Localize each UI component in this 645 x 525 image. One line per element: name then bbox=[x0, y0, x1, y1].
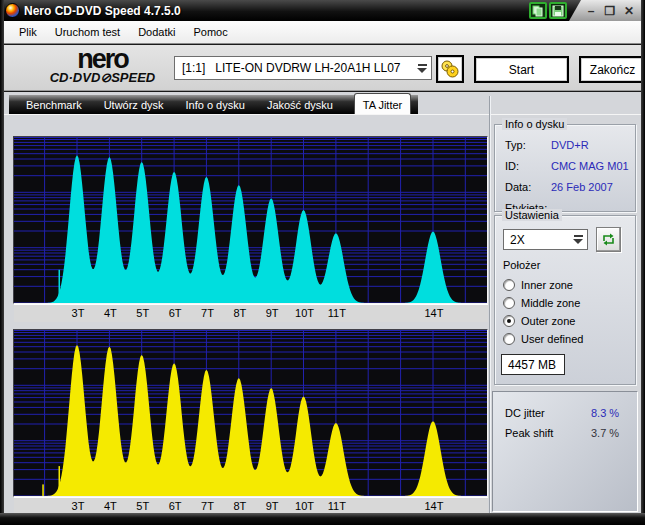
window-border-right bbox=[641, 0, 645, 525]
x-tick-label-8t: 8T bbox=[233, 500, 246, 512]
radio-label: Middle zone bbox=[521, 297, 580, 309]
jitter-results-panel: DC jitter8.3 %Peak shift3.7 % bbox=[492, 391, 638, 512]
x-tick-label-11t: 11T bbox=[328, 500, 346, 512]
window-title: Nero CD-DVD Speed 4.7.5.0 bbox=[24, 4, 181, 18]
start-button-label: Start bbox=[509, 63, 534, 77]
radio-middle-zone[interactable]: Middle zone bbox=[503, 295, 580, 310]
result-value: 8.3 % bbox=[591, 407, 619, 419]
x-tick-label-8t: 8T bbox=[233, 307, 246, 319]
chart-plot-area-top bbox=[14, 137, 487, 303]
window-border-bottom bbox=[0, 513, 645, 525]
title-bar: Nero CD-DVD Speed 4.7.5.0 – ❒ ✕ bbox=[0, 0, 645, 21]
save-report-button[interactable] bbox=[549, 2, 567, 19]
result-row-dc-jitter: DC jitter8.3 % bbox=[505, 407, 629, 423]
radio-button-icon[interactable] bbox=[503, 333, 515, 345]
menu-item-dodatki[interactable]: Dodatki bbox=[129, 23, 184, 41]
application-window: Nero CD-DVD Speed 4.7.5.0 – ❒ ✕ bbox=[0, 0, 645, 525]
x-tick-label-4t: 4T bbox=[104, 307, 117, 319]
settings-group: Ustawienia 2X Położer Inner zoneMiddle z… bbox=[494, 215, 636, 385]
result-label: DC jitter bbox=[505, 407, 545, 419]
clipboard-copy-icon bbox=[532, 5, 544, 17]
radio-label: Outer zone bbox=[521, 315, 575, 327]
chart-plot-area-bottom bbox=[14, 330, 487, 496]
start-button[interactable]: Start bbox=[474, 56, 569, 83]
tab-info-o-dysku[interactable]: Info o dysku bbox=[175, 99, 256, 111]
chevron-down-icon[interactable] bbox=[569, 230, 587, 249]
chart-x-axis-bottom: 3T4T5T6T7T8T9T10T11T14T bbox=[14, 497, 488, 514]
refresh-button[interactable] bbox=[596, 227, 621, 252]
yellow-discs-icon bbox=[440, 59, 460, 79]
x-tick-label-7t: 7T bbox=[201, 500, 214, 512]
radio-label: User defined bbox=[521, 333, 583, 345]
x-tick-label-4t: 4T bbox=[104, 500, 117, 512]
close-button[interactable]: ✕ bbox=[621, 3, 637, 18]
radio-outer-zone[interactable]: Outer zone bbox=[503, 313, 575, 328]
ta-jitter-chart-bottom bbox=[13, 329, 488, 497]
disc-info-value: CMC MAG M01 bbox=[551, 160, 629, 172]
minimize-button[interactable]: – bbox=[583, 3, 599, 18]
x-tick-label-10t: 10T bbox=[295, 500, 314, 512]
menu-bar: PlikUruchom testDodatkiPomoc bbox=[4, 21, 641, 44]
x-tick-label-6t: 6T bbox=[169, 500, 182, 512]
radio-label: Inner zone bbox=[521, 279, 573, 291]
radio-button-icon[interactable] bbox=[503, 279, 515, 291]
menu-item-pomoc[interactable]: Pomoc bbox=[184, 23, 236, 41]
clipboard-copy-button[interactable] bbox=[529, 2, 547, 19]
panel-separator-highlight bbox=[490, 96, 491, 513]
exit-button-label: Zakończ bbox=[590, 63, 635, 77]
floppy-save-icon bbox=[552, 5, 564, 17]
settings-group-title: Ustawienia bbox=[502, 209, 562, 221]
disc-info-row-id: ID:CMC MAG M01 bbox=[505, 160, 629, 176]
disc-info-group-title: Info o dysku bbox=[502, 118, 567, 130]
cd-dvd-speed-logo-text: CD·DVD⊘SPEED bbox=[30, 70, 175, 85]
refresh-arrows-icon bbox=[601, 232, 616, 247]
x-tick-label-10t: 10T bbox=[295, 307, 314, 319]
exit-button[interactable]: Zakończ bbox=[579, 56, 645, 83]
x-tick-label-5t: 5T bbox=[136, 307, 149, 319]
x-tick-label-6t: 6T bbox=[169, 307, 182, 319]
chart-x-axis-top: 3T4T5T6T7T8T9T10T11T14T bbox=[14, 304, 488, 322]
drive-select-combobox[interactable]: [1:1] LITE-ON DVDRW LH-20A1H LL07 bbox=[174, 56, 432, 80]
drive-select-value: [1:1] LITE-ON DVDRW LH-20A1H LL07 bbox=[175, 61, 413, 75]
size-field-value: 4457 MB bbox=[508, 358, 556, 372]
tab-utw-rz-dysk[interactable]: Utwórz dysk bbox=[93, 99, 175, 111]
disc-info-row-typ: Typ:DVD+R bbox=[505, 139, 629, 155]
disc-info-label: Typ: bbox=[505, 139, 526, 151]
nero-logo: nero CD·DVD⊘SPEED bbox=[30, 48, 175, 85]
radio-user-defined[interactable]: User defined bbox=[503, 331, 583, 346]
window-controls: – ❒ ✕ bbox=[569, 0, 641, 21]
x-tick-label-7t: 7T bbox=[201, 307, 214, 319]
app-cd-speed-icon bbox=[5, 3, 20, 18]
tab-jako-dysku[interactable]: Jakość dysku bbox=[256, 99, 344, 111]
disc-info-label: ID: bbox=[505, 160, 519, 172]
tab-underline bbox=[4, 114, 641, 115]
speed-select-value: 2X bbox=[504, 233, 569, 247]
tab-benchmark[interactable]: Benchmark bbox=[15, 99, 93, 111]
maximize-button[interactable]: ❒ bbox=[602, 3, 618, 18]
active-tab-label: TA Jitter bbox=[363, 99, 403, 111]
x-tick-label-14t: 14T bbox=[424, 307, 443, 319]
x-tick-label-3t: 3T bbox=[72, 500, 85, 512]
menu-item-plik[interactable]: Plik bbox=[10, 23, 46, 41]
result-value: 3.7 % bbox=[591, 427, 619, 439]
chevron-down-icon[interactable] bbox=[413, 57, 431, 79]
x-tick-label-3t: 3T bbox=[72, 307, 85, 319]
x-tick-label-11t: 11T bbox=[328, 307, 346, 319]
disc-info-row-data: Data:26 Feb 2007 bbox=[505, 181, 629, 197]
radio-button-icon[interactable] bbox=[503, 297, 515, 309]
tab-ta-jitter[interactable]: TA Jitter bbox=[354, 93, 411, 115]
disc-info-button[interactable] bbox=[436, 55, 464, 83]
disc-info-group: Info o dysku Typ:DVD+RID:CMC MAG M01Data… bbox=[494, 124, 636, 212]
radio-button-icon[interactable] bbox=[503, 315, 515, 327]
disc-info-label: Data: bbox=[505, 181, 531, 193]
radio-inner-zone[interactable]: Inner zone bbox=[503, 277, 573, 292]
ta-jitter-chart-top bbox=[13, 136, 488, 304]
size-field[interactable]: 4457 MB bbox=[501, 354, 565, 375]
speed-select-combobox[interactable]: 2X bbox=[503, 229, 588, 250]
toolbar: nero CD·DVD⊘SPEED [1:1] LITE-ON DVDRW LH… bbox=[4, 45, 641, 91]
disc-info-value: DVD+R bbox=[551, 139, 589, 151]
menu-item-uruchom-test[interactable]: Uruchom test bbox=[46, 23, 129, 41]
result-row-peak-shift: Peak shift3.7 % bbox=[505, 427, 629, 443]
result-label: Peak shift bbox=[505, 427, 553, 439]
x-tick-label-5t: 5T bbox=[136, 500, 149, 512]
